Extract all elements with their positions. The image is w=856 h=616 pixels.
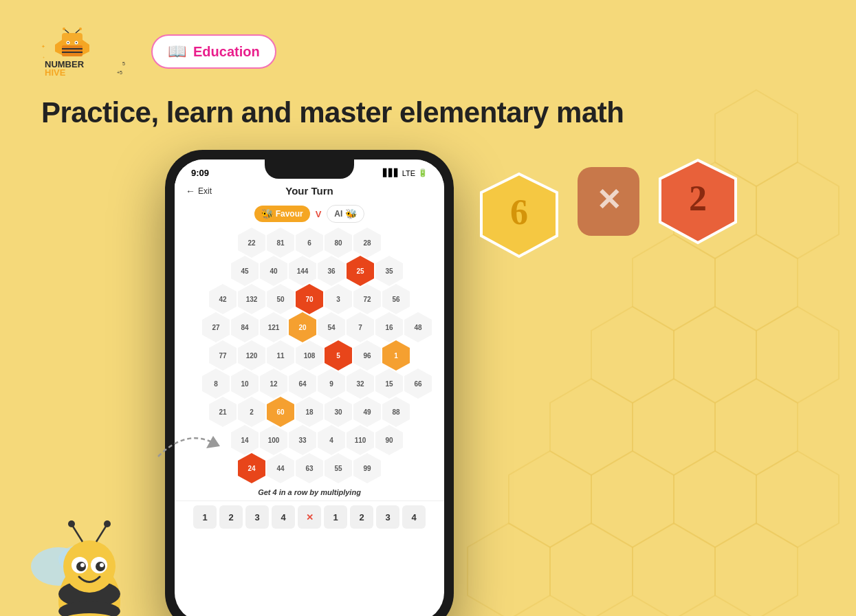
num-tile-3[interactable]: 3 <box>245 505 269 529</box>
hex-cell[interactable]: 56 <box>382 284 410 314</box>
dashed-arrow <box>151 422 220 466</box>
hex-cell[interactable]: 50 <box>267 284 294 314</box>
page-content: NUMBER HIVE ✦ + 5 +5 📖 Education Practic… <box>0 0 856 616</box>
hex-cell[interactable]: 88 <box>382 397 410 427</box>
num-tile-1[interactable]: 1 <box>193 505 217 529</box>
float-hex-6: 6 <box>478 170 560 263</box>
hex-cell[interactable]: 121 <box>260 312 287 342</box>
phone-frame: 9:09 ▋▋▋ LTE 🔋 ← Exit Your Turn <box>165 150 454 616</box>
hex-cell[interactable]: 16 <box>375 312 403 342</box>
education-badge[interactable]: 📖 Education <box>151 34 276 69</box>
svg-point-57 <box>100 563 104 567</box>
phone-notch <box>265 160 354 179</box>
hex-cell[interactable]: 33 <box>289 425 316 455</box>
players-bar: 🐝 Favour V AI 🐝 <box>175 201 444 227</box>
tagline: Practice, learn and master elementary ma… <box>41 96 815 129</box>
hex-cell[interactable]: 110 <box>347 425 374 455</box>
hex-cell[interactable]: 81 <box>267 228 294 258</box>
num-tile-2b[interactable]: 2 <box>350 505 373 529</box>
svg-point-31 <box>67 42 69 43</box>
svg-point-28 <box>79 28 82 30</box>
hex-cell[interactable]: 35 <box>375 256 403 286</box>
num-tile-cancel[interactable]: ✕ <box>298 505 321 529</box>
hex-cell[interactable]: 22 <box>238 228 265 258</box>
turn-label: Your Turn <box>285 185 333 197</box>
hex-cell[interactable]: 120 <box>238 340 265 371</box>
logo: NUMBER HIVE ✦ + 5 +5 <box>41 28 131 76</box>
back-arrow-icon: ← <box>186 186 195 197</box>
hex-cell[interactable]: 7 <box>347 312 374 342</box>
hex-cell[interactable]: 28 <box>353 228 381 258</box>
hex-cell[interactable]: 6 <box>296 228 323 258</box>
num-tile-1b[interactable]: 1 <box>324 505 347 529</box>
hex-cell[interactable]: 4 <box>318 425 345 455</box>
float-hex-2: 2 <box>657 157 739 249</box>
hex-cell[interactable]: 90 <box>375 425 403 455</box>
back-label: Exit <box>198 186 212 196</box>
hex-cell[interactable]: 63 <box>296 453 323 483</box>
bee-decoration <box>21 512 144 616</box>
hex-cell[interactable]: 8 <box>202 368 230 399</box>
svg-rect-22 <box>62 45 83 56</box>
hex-cell[interactable]: 66 <box>404 368 432 399</box>
hex-cell[interactable]: 24 <box>238 453 265 483</box>
hex-cell[interactable]: 70 <box>296 284 323 314</box>
hex-cell[interactable]: 84 <box>231 312 259 342</box>
app-header: ← Exit Your Turn <box>175 181 444 201</box>
svg-text:✕: ✕ <box>596 184 622 217</box>
hex-cell[interactable]: 99 <box>353 453 381 483</box>
hex-cell[interactable]: 55 <box>325 453 352 483</box>
hex-cell[interactable]: 36 <box>318 256 345 286</box>
hex-cell[interactable]: 54 <box>318 312 345 342</box>
hex-cell[interactable]: 3 <box>325 284 352 314</box>
player1-bee-icon: 🐝 <box>261 208 273 219</box>
hex-cell[interactable]: 49 <box>353 397 381 427</box>
status-time: 9:09 <box>191 168 209 178</box>
hex-cell[interactable]: 18 <box>296 397 323 427</box>
back-button[interactable]: ← Exit <box>186 186 212 197</box>
num-tile-4b[interactable]: 4 <box>402 505 426 529</box>
hex-cell[interactable]: 1 <box>382 340 410 371</box>
hex-cell[interactable]: 96 <box>353 340 381 371</box>
hex-cell[interactable]: 25 <box>347 256 374 286</box>
hex-cell[interactable]: 45 <box>231 256 259 286</box>
hex-cell[interactable]: 40 <box>260 256 287 286</box>
hex-cell[interactable]: 27 <box>202 312 230 342</box>
hex-cell[interactable]: 80 <box>325 228 352 258</box>
svg-text:✦: ✦ <box>41 44 45 49</box>
hex-cell[interactable]: 132 <box>238 284 265 314</box>
hex-row-3: 42 132 50 70 3 72 56 <box>180 284 439 314</box>
hex-cell[interactable]: 12 <box>260 368 287 399</box>
hex-cell[interactable]: 64 <box>289 368 316 399</box>
hex-cell[interactable]: 77 <box>209 340 237 371</box>
num-tile-3b[interactable]: 3 <box>376 505 399 529</box>
num-tile-4[interactable]: 4 <box>272 505 295 529</box>
hex-row-4: 27 84 121 20 54 7 16 48 <box>195 312 439 342</box>
hex-cell[interactable]: 72 <box>353 284 381 314</box>
hex-cell[interactable]: 44 <box>267 453 294 483</box>
main-area: 9:09 ▋▋▋ LTE 🔋 ← Exit Your Turn <box>41 150 815 616</box>
hex-cell[interactable]: 14 <box>231 425 259 455</box>
book-icon: 📖 <box>168 43 186 60</box>
hex-cell[interactable]: 32 <box>347 368 374 399</box>
vs-label: V <box>316 209 322 219</box>
hex-cell[interactable]: 9 <box>318 368 345 399</box>
hex-cell[interactable]: 20 <box>289 312 316 342</box>
hex-cell[interactable]: 108 <box>296 340 323 371</box>
hex-cell[interactable]: 15 <box>375 368 403 399</box>
hex-cell[interactable]: 42 <box>209 284 237 314</box>
hex-cell[interactable]: 2 <box>238 397 265 427</box>
hex-cell[interactable]: 30 <box>325 397 352 427</box>
svg-point-61 <box>104 520 111 527</box>
svg-line-58 <box>72 525 83 542</box>
num-tile-2[interactable]: 2 <box>219 505 243 529</box>
hex-cell[interactable]: 100 <box>260 425 287 455</box>
hex-row-5: 77 120 11 108 5 96 1 <box>180 340 439 371</box>
hex-cell[interactable]: 5 <box>325 340 352 371</box>
hex-cell[interactable]: 48 <box>404 312 432 342</box>
hex-cell[interactable]: 60 <box>267 397 294 427</box>
hex-cell[interactable]: 10 <box>231 368 259 399</box>
hex-cell[interactable]: 11 <box>267 340 294 371</box>
svg-text:+: + <box>43 55 45 59</box>
hex-cell[interactable]: 144 <box>289 256 316 286</box>
